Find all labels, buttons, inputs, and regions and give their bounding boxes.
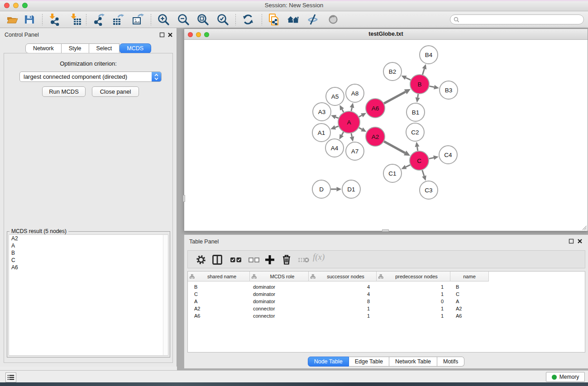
table-cell[interactable]: 0 — [377, 298, 444, 305]
table-cell[interactable]: dominator — [253, 291, 275, 298]
table-cell[interactable]: A6 — [456, 312, 462, 319]
divider-gripper-horizontal[interactable] — [382, 229, 389, 232]
edge-A-A4[interactable] — [339, 132, 344, 139]
table-cell[interactable]: 1 — [377, 291, 444, 298]
table-row[interactable]: A2connector11A2 — [188, 305, 489, 312]
tab-select[interactable]: Select — [89, 43, 120, 53]
show-panels-eye-icon[interactable] — [327, 13, 339, 26]
table-cell[interactable]: dominator — [253, 298, 275, 305]
column-header-successor-nodes[interactable]: successor nodes — [309, 272, 377, 281]
result-list-item[interactable]: B — [9, 249, 168, 257]
result-list-scrollbar[interactable] — [163, 235, 168, 355]
table-cell[interactable]: 4 — [309, 291, 370, 298]
table-cell[interactable]: connector — [253, 305, 275, 312]
criterion-dropdown[interactable]: largest connected component (directed) — [19, 71, 162, 82]
table-cell[interactable]: A — [456, 298, 459, 305]
deselect-all-icon[interactable] — [248, 253, 260, 266]
zoom-out-icon[interactable] — [177, 13, 190, 26]
edge-A-A1[interactable] — [330, 125, 338, 129]
task-history-button[interactable] — [5, 372, 16, 382]
graph-node-B1[interactable]: B1 — [406, 103, 425, 121]
export-network-icon[interactable] — [92, 13, 105, 26]
table-cell[interactable]: 1 — [377, 305, 444, 312]
memory-status-button[interactable]: Memory — [546, 372, 585, 382]
table-row[interactable]: Adominator80A — [188, 298, 489, 305]
select-all-icon[interactable] — [229, 253, 242, 266]
column-header-MCDS-role[interactable]: MCDS role — [250, 272, 309, 281]
column-header-shared-name[interactable]: shared name — [188, 272, 250, 281]
graph-node-D[interactable]: D — [312, 180, 330, 198]
close-panel-button[interactable]: Close panel — [92, 86, 139, 97]
graph-node-A8[interactable]: A8 — [346, 84, 364, 102]
graph-node-B2[interactable]: B2 — [383, 62, 402, 81]
table-cell[interactable]: 1 — [377, 283, 444, 291]
graph-node-A5[interactable]: A5 — [326, 87, 344, 105]
open-file-icon[interactable] — [6, 13, 19, 26]
edge-B-B3[interactable] — [430, 85, 439, 90]
search-field[interactable] — [450, 14, 584, 24]
table-cell[interactable]: A2 — [456, 305, 462, 312]
table-cell[interactable]: A — [194, 298, 197, 305]
table-cell[interactable]: A2 — [194, 305, 200, 312]
graph-node-A4[interactable]: A4 — [325, 139, 344, 157]
edge-A-A8[interactable] — [350, 103, 354, 111]
table-row[interactable]: A6connector11A6 — [188, 312, 489, 319]
table-cell[interactable]: 4 — [309, 283, 370, 291]
tab-network-table[interactable]: Network Table — [389, 357, 437, 367]
tab-network[interactable]: Network — [25, 43, 62, 53]
edge-C-C1[interactable] — [401, 165, 410, 169]
edge-A-A7[interactable] — [350, 133, 354, 141]
table-cell[interactable]: B — [194, 283, 197, 291]
graph-node-B4[interactable]: B4 — [420, 46, 438, 64]
edge-A-A3[interactable] — [331, 115, 339, 119]
search-input[interactable] — [459, 16, 583, 23]
zoom-in-icon[interactable] — [157, 13, 170, 26]
table-cell[interactable]: 1 — [309, 312, 370, 319]
graph-node-A6[interactable]: A6 — [366, 99, 385, 118]
resize-grip-icon[interactable] — [581, 224, 587, 230]
add-column-icon[interactable] — [263, 253, 276, 266]
graph-node-A2[interactable]: A2 — [366, 127, 385, 146]
table-row[interactable]: Bdominator41B — [188, 283, 489, 291]
table-cell[interactable]: 1 — [377, 312, 444, 319]
table-cell[interactable]: C — [456, 291, 459, 298]
home-icon[interactable] — [287, 13, 300, 26]
result-list-item[interactable]: A6 — [9, 264, 168, 271]
edge-A6-B[interactable] — [384, 89, 411, 104]
edge-B-B1[interactable] — [416, 94, 420, 103]
refresh-icon[interactable] — [242, 13, 254, 26]
column-header-name[interactable]: name — [450, 272, 489, 281]
table-cell[interactable]: dominator — [253, 283, 275, 291]
clone-network-icon[interactable] — [268, 13, 280, 26]
close-panel-icon[interactable] — [167, 32, 173, 38]
run-mcds-button[interactable]: Run MCDS — [42, 86, 86, 97]
graph-node-A[interactable]: A — [338, 111, 360, 133]
table-cell[interactable]: 1 — [309, 305, 370, 312]
edge-A2-C[interactable] — [384, 142, 410, 156]
save-icon[interactable] — [23, 13, 36, 26]
import-table-icon[interactable] — [69, 13, 82, 26]
network-window-titlebar[interactable]: testGlobe.txt — [184, 29, 588, 40]
function-builder-icon[interactable]: f(x) — [313, 252, 325, 265]
tab-node-table[interactable]: Node Table — [308, 357, 349, 367]
result-list-item[interactable]: C — [9, 257, 168, 264]
graph-node-D1[interactable]: D1 — [342, 180, 360, 198]
graph-node-C3[interactable]: C3 — [420, 181, 438, 199]
network-graph-canvas[interactable]: B4B2BB3A8A5A6A3B1AA1C2A2A4A7C4CC1DD1C3 — [184, 40, 588, 231]
edge-C-C3[interactable] — [422, 170, 426, 181]
graph-node-B3[interactable]: B3 — [440, 81, 458, 99]
graph-node-C[interactable]: C — [410, 151, 429, 170]
tab-motifs[interactable]: Motifs — [437, 357, 464, 367]
zoom-fit-icon[interactable] — [196, 13, 209, 26]
table-cell[interactable]: B — [456, 283, 459, 291]
table-cell[interactable]: C — [194, 291, 198, 298]
edge-A-A6[interactable] — [359, 113, 366, 118]
edge-A-A5[interactable] — [339, 105, 344, 112]
float-table-panel-icon[interactable] — [569, 238, 574, 244]
result-list-item[interactable]: A — [9, 242, 168, 249]
graph-node-C2[interactable]: C2 — [406, 123, 424, 141]
mcds-result-list[interactable]: A2ABCA6 — [9, 234, 168, 356]
close-table-panel-icon[interactable] — [577, 238, 583, 244]
delete-table-icon[interactable] — [297, 253, 310, 266]
export-table-icon[interactable] — [112, 13, 124, 26]
